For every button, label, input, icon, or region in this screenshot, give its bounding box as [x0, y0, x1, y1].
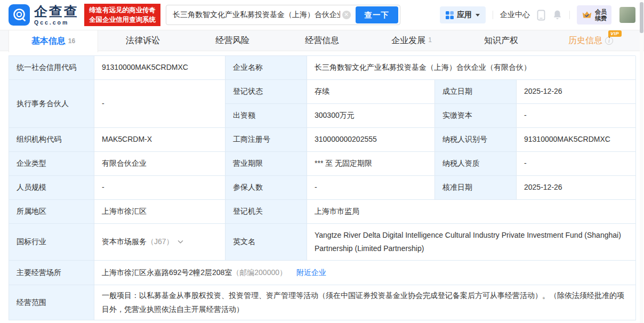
- header-nav: 应用 企业中心 会员 续费: [440, 5, 635, 25]
- tab-count: 16: [68, 37, 75, 45]
- search-input[interactable]: [173, 11, 340, 19]
- label-reg-authority: 登记机关: [226, 200, 307, 224]
- label-region: 所属地区: [9, 200, 94, 224]
- member-renew-button[interactable]: 会员 续费: [577, 5, 611, 25]
- value-industry: 资本市场服务 （J67）: [94, 224, 226, 261]
- value-english-name: Yangtze River Delta Digital Intelligence…: [307, 224, 636, 261]
- divider: [493, 11, 493, 19]
- top-header: 企查查 Qcc.com 缔造有远见的商业传奇 全国企业信用查询系统 ✕ 查一下 …: [0, 0, 644, 30]
- label-establish-date: 成立日期: [435, 80, 517, 104]
- label-credit-code: 统一社会信用代码: [9, 56, 94, 80]
- label-executive-partner: 执行事务合伙人: [9, 80, 94, 128]
- vip-badge: VIP: [608, 30, 622, 37]
- label-org-code: 组织机构代码: [9, 128, 94, 152]
- tab-operation-info[interactable]: 经营信息: [277, 30, 367, 51]
- slogan-line-1: 缔造有远见的商业传奇: [89, 5, 156, 15]
- label-main-address: 主要经营场所: [9, 261, 94, 285]
- member-label-line2: 续费: [595, 15, 607, 21]
- tab-basic-info[interactable]: 基本信息 16: [9, 30, 98, 52]
- apps-grid-icon: [446, 11, 454, 19]
- value-reg-number: 310000000202555: [307, 128, 435, 152]
- label-industry: 国标行业: [9, 224, 94, 261]
- scrollbar-thumb[interactable]: [640, 2, 643, 33]
- crown-icon: [582, 11, 592, 19]
- user-avatar[interactable]: [619, 7, 635, 23]
- value-business-term: *** 至 无固定期限: [307, 152, 435, 176]
- value-main-address: 上海市徐汇区永嘉路692号2幢2层208室 （邮编200000） 附近企业: [94, 261, 636, 285]
- brand-name: 企查查: [34, 4, 79, 18]
- basic-info-table: 统一社会信用代码 91310000MAK5CRDMXC 企业名称 长三角数智文化…: [9, 55, 635, 320]
- value-reg-status: 存续: [307, 80, 435, 104]
- value-org-code: MAK5CRDM-X: [94, 128, 226, 152]
- value-insured-count: -: [307, 176, 435, 200]
- brand-domain: Qcc.com: [34, 19, 79, 26]
- tab-intellectual-property[interactable]: 知识产权: [456, 30, 546, 51]
- value-company-name: 长三角数智文化产业私募投资基金（上海）合伙企业（有限合伙）: [307, 56, 636, 80]
- qcc-logo-icon: [9, 4, 30, 26]
- slogan-line-2: 全国企业信用查询系统: [89, 15, 156, 25]
- label-company-name: 企业名称: [226, 56, 307, 80]
- label-english-name: 英文名: [226, 224, 307, 261]
- divider: [569, 11, 570, 19]
- label-business-scope: 经营范围: [9, 285, 94, 320]
- tab-bar: 基本信息 16 法律诉讼 经营风险 经营信息 企业发展 1 知识产权 历史信息 …: [0, 30, 644, 51]
- label-reg-status: 登记状态: [226, 80, 307, 104]
- apps-menu-label: 应用: [457, 10, 472, 20]
- postal-code: （邮编200000）: [232, 267, 287, 279]
- value-region: 上海市徐汇区: [94, 200, 226, 224]
- value-business-scope: 一般项目：以私募基金从事股权投资、投资管理、资产管理等活动（须在中国证券投资基金…: [94, 285, 636, 320]
- notifications-bell-icon[interactable]: [552, 10, 562, 20]
- label-approval-date: 核准日期: [435, 176, 517, 200]
- value-company-type: 有限合伙企业: [94, 152, 226, 176]
- value-executive-partner: -: [94, 80, 226, 128]
- tab-history-info[interactable]: 历史信息 i VIP: [546, 30, 635, 51]
- value-staff-size: -: [94, 176, 226, 200]
- tab-count: 1: [428, 36, 432, 44]
- clear-search-icon[interactable]: ✕: [342, 11, 351, 19]
- label-contribution: 出资额: [226, 104, 307, 128]
- tab-legal-litigation[interactable]: 法律诉讼: [98, 30, 188, 51]
- label-business-term: 营业期限: [226, 152, 307, 176]
- label-staff-size: 人员规模: [9, 176, 94, 200]
- apps-menu-button[interactable]: 应用: [440, 6, 486, 23]
- value-approval-date: 2025-12-26: [517, 176, 636, 200]
- qcc-logo[interactable]: 企查查 Qcc.com: [9, 4, 79, 26]
- slogan-banner: 缔造有远见的商业传奇 全国企业信用查询系统: [84, 4, 160, 26]
- nearby-companies-link[interactable]: 附近企业: [296, 267, 326, 279]
- enterprise-center-link[interactable]: 企业中心: [500, 10, 530, 20]
- value-credit-code: 91310000MAK5CRDMXC: [94, 56, 226, 80]
- label-company-type: 企业类型: [9, 152, 94, 176]
- search-bar: ✕ 查一下: [166, 5, 400, 25]
- label-insured-count: 参保人数: [226, 176, 307, 200]
- member-label-line1: 会员: [595, 9, 607, 15]
- chevron-down-icon: [476, 14, 480, 17]
- industry-code: （J67）: [147, 236, 174, 248]
- value-establish-date: 2025-12-26: [517, 80, 636, 104]
- value-paid-capital: -: [517, 104, 636, 128]
- mobile-app-icon[interactable]: [537, 10, 545, 21]
- chevron-down-icon[interactable]: [178, 240, 183, 244]
- value-contribution: 300300万元: [307, 104, 435, 128]
- label-taxpayer-qualification: 纳税人资质: [435, 152, 517, 176]
- value-reg-authority: 上海市市监局: [307, 200, 636, 224]
- tab-operation-risk[interactable]: 经营风险: [188, 30, 277, 51]
- label-paid-capital: 实缴资本: [435, 104, 517, 128]
- label-taxpayer-id: 纳税人识别号: [435, 128, 517, 152]
- value-taxpayer-id: 91310000MAK5CRDMXC: [517, 128, 636, 152]
- label-reg-number: 工商注册号: [226, 128, 307, 152]
- search-button[interactable]: 查一下: [356, 6, 399, 23]
- tab-company-development[interactable]: 企业发展 1: [367, 30, 456, 51]
- scrollbar[interactable]: [640, 0, 643, 323]
- value-taxpayer-qualification: -: [517, 152, 636, 176]
